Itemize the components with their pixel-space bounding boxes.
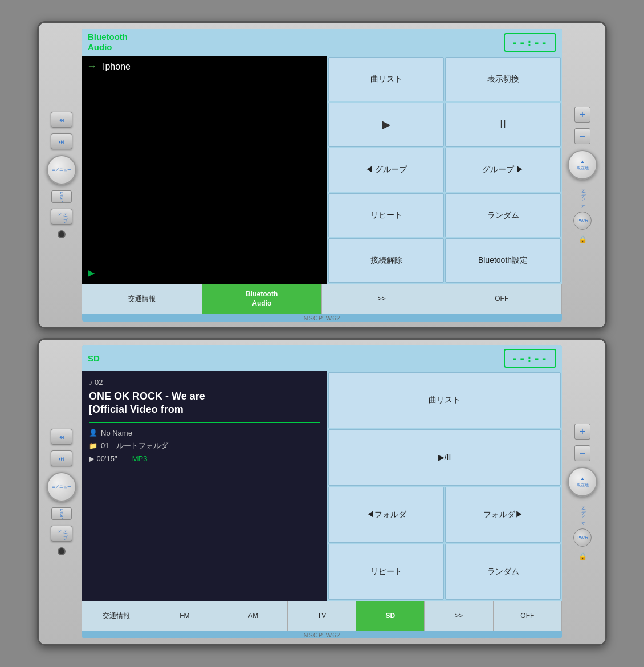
pwr-btn-2[interactable]: PWR xyxy=(573,528,592,547)
menu-label-1: メニュー xyxy=(55,168,71,172)
side-left-1: ⏮ ⏭ ≡ メニュー DISP オープン xyxy=(44,112,79,238)
disp-label-1: DISP xyxy=(59,192,64,202)
volume-up-btn-1[interactable]: + xyxy=(574,107,590,123)
right-panel-2: 曲リスト ▶/II ◀フォルダ フォルダ▶ リピート ランダム xyxy=(327,371,562,601)
model-label-2: NSCP-W62 xyxy=(82,632,562,638)
pwr-btn-1[interactable]: PWR xyxy=(573,212,592,230)
right-panel-1: 曲リスト 表示切換 ▶ II ◀ グループ グループ ▶ リピート ランダム 接… xyxy=(327,56,562,284)
side-right-2: + − ▲ 現在地 オーディオ PWR 🔒 xyxy=(565,424,600,560)
tab-traffic-2[interactable]: 交通情報 xyxy=(82,601,150,631)
repeat-btn-2[interactable]: リピート xyxy=(328,544,444,600)
tab-sd-2[interactable]: SD xyxy=(356,601,425,631)
skip-back-btn-1[interactable]: ⏮ xyxy=(51,112,72,128)
arrow-icon-1: → xyxy=(87,60,97,72)
nav-label-1: 現在地 xyxy=(577,165,589,170)
play-pause-btn-2[interactable]: ▶/II xyxy=(328,429,561,485)
header-1: BluetoothAudio --:-- xyxy=(82,29,562,56)
open-btn-1[interactable]: オープン xyxy=(51,209,72,225)
person-icon-2: 👤 xyxy=(89,429,97,437)
device-name-1: Iphone xyxy=(103,62,131,72)
pause-btn-1[interactable]: II xyxy=(445,103,561,147)
group-prev-btn-1[interactable]: ◀ グループ xyxy=(328,148,444,192)
audio-label-2: オーディオ xyxy=(580,502,586,523)
play-time-2: ▶ 00'15" xyxy=(89,454,117,463)
disp-btn-2[interactable]: DISP xyxy=(51,507,72,520)
tab-off-2[interactable]: OFF xyxy=(494,601,562,631)
screen-1: BluetoothAudio --:-- → Iphone ▶ 曲リス xyxy=(82,29,562,322)
artist-row-2: 👤 No Name xyxy=(89,429,320,437)
lock-icon-1: 🔒 xyxy=(578,235,587,243)
nav-btn-2[interactable]: ▲ 現在地 xyxy=(568,467,597,497)
tab-more-1[interactable]: >> xyxy=(322,284,442,314)
group-next-btn-1[interactable]: グループ ▶ xyxy=(445,148,561,192)
menu-btn-1[interactable]: ≡ メニュー xyxy=(47,155,76,185)
side-left-2: ⏮ ⏭ ≡ メニュー DISP オープン xyxy=(44,429,79,555)
tab-tv-2[interactable]: TV xyxy=(288,601,356,631)
left-panel-2: ♪ 02 ONE OK ROCK - We are[Official Video… xyxy=(82,371,327,601)
artist-name-2: No Name xyxy=(101,429,132,437)
tab-bt-audio-1[interactable]: BluetoothAudio xyxy=(202,284,323,314)
model-label-1: NSCP-W62 xyxy=(82,315,562,322)
source-title-2: SD xyxy=(88,353,100,364)
display-switch-btn-1[interactable]: 表示切換 xyxy=(445,57,561,101)
menu-btn-2[interactable]: ≡ メニュー xyxy=(47,472,76,502)
random-btn-1[interactable]: ランダム xyxy=(445,193,561,238)
folder-prev-btn-2[interactable]: ◀フォルダ xyxy=(328,487,444,543)
random-btn-2[interactable]: ランダム xyxy=(445,544,561,600)
repeat-btn-1[interactable]: リピート xyxy=(328,193,444,238)
nav-btn-1[interactable]: ▲ 現在地 xyxy=(568,150,597,180)
nav-label-2: 現在地 xyxy=(577,482,589,487)
screen-content-1: → Iphone ▶ 曲リスト 表示切換 ▶ II ◀ グループ グループ ▶ … xyxy=(82,56,562,284)
time-display-2: --:-- xyxy=(504,349,556,368)
header-2: SD --:-- xyxy=(82,345,562,371)
unit-bluetooth: ⏮ ⏭ ≡ メニュー DISP オープン BluetoothAudio --:-… xyxy=(37,21,607,329)
tab-am-2[interactable]: AM xyxy=(219,601,288,631)
audio-jack-2 xyxy=(58,547,66,555)
tab-more-2[interactable]: >> xyxy=(425,601,493,631)
track-title-2: ONE OK ROCK - We are[Official Video from xyxy=(89,390,320,417)
track-list-btn-1[interactable]: 曲リスト xyxy=(328,57,444,101)
folder-row-2: 📁 01 ルートフォルダ xyxy=(89,441,320,451)
time-display-1: --:-- xyxy=(504,33,556,52)
audio-label-1: オーディオ xyxy=(580,185,586,206)
skip-back-btn-2[interactable]: ⏮ xyxy=(51,429,72,445)
audio-jack-1 xyxy=(58,230,66,238)
tab-off-1[interactable]: OFF xyxy=(442,284,563,314)
disconnect-btn-1[interactable]: 接続解除 xyxy=(328,238,444,283)
nav-icon-1: ▲ xyxy=(580,159,585,165)
skip-fwd-btn-1[interactable]: ⏭ xyxy=(51,133,72,149)
tab-fm-2[interactable]: FM xyxy=(150,601,219,631)
play-btn-1[interactable]: ▶ xyxy=(328,103,444,147)
folder-info-2: 01 ルートフォルダ xyxy=(101,441,168,451)
track-num-2: ♪ 02 xyxy=(89,378,320,387)
volume-down-btn-2[interactable]: − xyxy=(574,445,590,461)
tab-bar-2: 交通情報 FM AM TV SD >> OFF xyxy=(82,601,562,631)
source-title-1: BluetoothAudio xyxy=(88,32,128,52)
side-right-1: + − ▲ 現在地 オーディオ PWR 🔒 xyxy=(565,107,600,243)
format-badge-2: MP3 xyxy=(132,454,148,463)
skip-fwd-btn-2[interactable]: ⏭ xyxy=(51,450,72,466)
tab-traffic-1[interactable]: 交通情報 xyxy=(82,284,202,314)
open-btn-2[interactable]: オープン xyxy=(51,526,72,542)
volume-up-btn-2[interactable]: + xyxy=(574,424,590,440)
folder-next-btn-2[interactable]: フォルダ▶ xyxy=(445,487,561,543)
menu-label-2: メニュー xyxy=(55,485,71,489)
track-line-1 xyxy=(87,75,323,75)
track-device-row-1: → Iphone xyxy=(87,60,323,72)
disp-btn-1[interactable]: DISP xyxy=(51,190,72,203)
tab-bar-1: 交通情報 BluetoothAudio >> OFF xyxy=(82,284,562,314)
screen-top-2: SD --:-- ♪ 02 ONE OK ROCK - We are[Offic… xyxy=(82,345,562,601)
screen-content-2: ♪ 02 ONE OK ROCK - We are[Official Video… xyxy=(82,371,562,601)
folder-icon-2: 📁 xyxy=(89,442,97,450)
left-panel-1: → Iphone ▶ xyxy=(82,56,327,284)
lock-icon-2: 🔒 xyxy=(578,552,587,560)
track-list-btn-2[interactable]: 曲リスト xyxy=(328,372,561,428)
bt-settings-btn-1[interactable]: Bluetooth設定 xyxy=(445,238,561,283)
disp-label-2: DISP xyxy=(59,509,64,519)
progress-line-2 xyxy=(89,422,320,423)
nav-icon-2: ▲ xyxy=(580,476,585,482)
play-state-1: ▶ xyxy=(88,267,95,278)
unit-sd: ⏮ ⏭ ≡ メニュー DISP オープン SD --:-- ♪ 02 ONE O… xyxy=(37,338,607,646)
volume-down-btn-1[interactable]: − xyxy=(574,128,590,144)
screen-2: SD --:-- ♪ 02 ONE OK ROCK - We are[Offic… xyxy=(82,345,562,638)
